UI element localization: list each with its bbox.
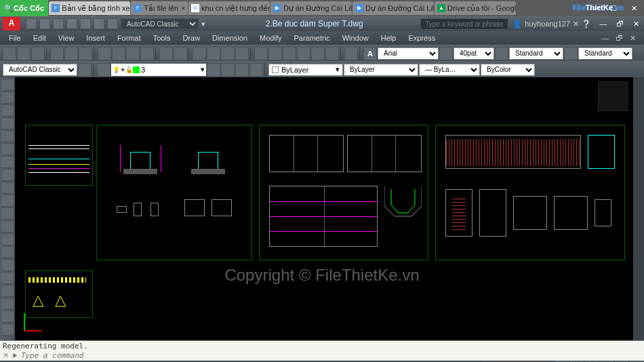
- revcloud-icon[interactable]: [1, 298, 14, 310]
- spline-icon[interactable]: [1, 246, 14, 258]
- pattern-selector[interactable]: 40pat: [454, 47, 494, 60]
- cut-icon[interactable]: [98, 47, 111, 60]
- block-icon[interactable]: [1, 207, 14, 220]
- new-icon[interactable]: [3, 47, 16, 60]
- tool-palette-icon[interactable]: [283, 47, 296, 60]
- redo-button[interactable]: [107, 18, 118, 29]
- command-input[interactable]: [20, 351, 641, 360]
- line-icon[interactable]: [1, 79, 14, 91]
- hatch-icon[interactable]: [1, 156, 14, 168]
- color-selector[interactable]: ByLayer▾: [268, 64, 343, 76]
- pan-icon[interactable]: [193, 47, 206, 60]
- sheet-set-icon[interactable]: [297, 47, 310, 60]
- layer-iso-icon[interactable]: [235, 63, 249, 77]
- point-icon[interactable]: [1, 169, 14, 181]
- text-icon[interactable]: [1, 182, 14, 194]
- polyline-icon[interactable]: [1, 92, 14, 104]
- close-button[interactable]: ✕: [628, 20, 644, 28]
- table-icon[interactable]: [564, 47, 578, 60]
- wipeout-icon[interactable]: [1, 310, 14, 323]
- menu-tools[interactable]: Tools: [147, 33, 177, 43]
- menu-modify[interactable]: Modify: [254, 33, 287, 43]
- viewcube[interactable]: [598, 81, 628, 111]
- publish-icon[interactable]: [79, 47, 92, 60]
- doc-close-button[interactable]: ✕: [626, 34, 639, 43]
- text-icon[interactable]: A: [363, 47, 377, 60]
- copy-icon[interactable]: [112, 47, 125, 60]
- layer-props-icon[interactable]: [97, 63, 110, 77]
- open-icon[interactable]: [17, 47, 31, 60]
- doc-restore-button[interactable]: 🗗: [613, 34, 625, 43]
- menu-draw[interactable]: Draw: [176, 33, 206, 43]
- model-space-canvas[interactable]: [15, 77, 633, 340]
- help-icon[interactable]: ❔: [582, 20, 591, 28]
- plotstyle-selector[interactable]: ByColor: [481, 64, 535, 76]
- browser-tab[interactable]: ▶Dự án Đường Cái Lân -×: [270, 1, 352, 15]
- zoom-prev-icon[interactable]: [235, 47, 249, 60]
- help-search-input[interactable]: [420, 18, 508, 30]
- close-button[interactable]: ✕: [624, 4, 644, 13]
- xline-icon[interactable]: [1, 272, 14, 284]
- donut-icon[interactable]: [1, 285, 14, 297]
- menu-format[interactable]: Format: [111, 33, 147, 43]
- layer-off-icon[interactable]: [249, 63, 263, 77]
- gear-icon[interactable]: [78, 63, 92, 77]
- redo-icon[interactable]: [174, 47, 187, 60]
- menu-dimension[interactable]: Dimension: [206, 33, 254, 43]
- save-icon[interactable]: [31, 47, 45, 60]
- help-icon[interactable]: [344, 47, 358, 60]
- paste-icon[interactable]: [126, 47, 140, 60]
- browser-logo[interactable]: 🔍Cốc Cốc: [0, 0, 48, 16]
- new-button[interactable]: [26, 18, 37, 29]
- zoom-window-icon[interactable]: [221, 47, 235, 60]
- circle-icon[interactable]: [1, 104, 14, 117]
- autocad-logo[interactable]: A: [3, 17, 20, 31]
- linetype-selector[interactable]: ByLayer: [344, 64, 418, 76]
- region-icon[interactable]: [1, 233, 14, 245]
- close-icon[interactable]: ✕: [3, 351, 9, 360]
- menu-parametric[interactable]: Parametric: [287, 33, 336, 43]
- saveas-button[interactable]: [66, 18, 77, 29]
- ellipse-icon[interactable]: [1, 143, 14, 155]
- browser-tab[interactable]: ▲Drive của tôi - Google D×: [435, 1, 516, 15]
- minimize-button[interactable]: —: [595, 20, 611, 28]
- dim-icon[interactable]: [495, 47, 508, 60]
- dimstyle-selector[interactable]: Standard: [509, 47, 563, 60]
- ray-icon[interactable]: [1, 259, 14, 271]
- print-icon[interactable]: [50, 47, 64, 60]
- preview-icon[interactable]: [64, 47, 78, 60]
- plot-button[interactable]: [80, 18, 91, 29]
- design-center-icon[interactable]: [268, 47, 282, 60]
- tablestyle-selector[interactable]: Standard: [578, 47, 632, 60]
- browser-tab[interactable]: FBản vẽ bằng tính xe đú×: [49, 1, 130, 15]
- menu-insert[interactable]: Insert: [80, 33, 111, 43]
- undo-icon[interactable]: [159, 47, 173, 60]
- lineweight-selector[interactable]: — ByLa…: [419, 64, 480, 76]
- markup-icon[interactable]: [311, 47, 325, 60]
- undo-button[interactable]: [94, 18, 104, 29]
- menu-view[interactable]: View: [52, 33, 81, 43]
- table-icon[interactable]: [1, 220, 14, 233]
- doc-minimize-button[interactable]: —: [599, 34, 611, 43]
- linetype-icon[interactable]: [439, 47, 453, 60]
- dropdown-icon[interactable]: ▾: [201, 20, 205, 28]
- user-area[interactable]: 👤 huyhoang127 ✕ ❔: [508, 20, 595, 28]
- save-button[interactable]: [53, 18, 64, 29]
- layer-selector[interactable]: 💡☀🔓 3 ▾: [111, 64, 206, 76]
- mtext-icon[interactable]: [1, 195, 14, 207]
- workspace-combo[interactable]: AutoCAD Classic: [3, 64, 77, 76]
- font-selector[interactable]: Arial: [378, 47, 439, 60]
- restore-button[interactable]: 🗗: [611, 20, 628, 28]
- menu-express[interactable]: Express: [402, 33, 441, 43]
- menu-edit[interactable]: Edit: [27, 33, 52, 43]
- close-icon[interactable]: ×: [181, 5, 185, 12]
- vertical-scrollbar[interactable]: [633, 77, 644, 340]
- exchange-icon[interactable]: ✕: [573, 20, 579, 28]
- zoom-icon[interactable]: [207, 47, 220, 60]
- menu-file[interactable]: File: [3, 33, 27, 43]
- match-props-icon[interactable]: [140, 47, 154, 60]
- layer-prev-icon[interactable]: [221, 63, 235, 77]
- browser-tab[interactable]: FTải file lên×: [131, 1, 188, 15]
- layer-states-icon[interactable]: [207, 63, 220, 77]
- rectangle-icon[interactable]: [1, 130, 14, 142]
